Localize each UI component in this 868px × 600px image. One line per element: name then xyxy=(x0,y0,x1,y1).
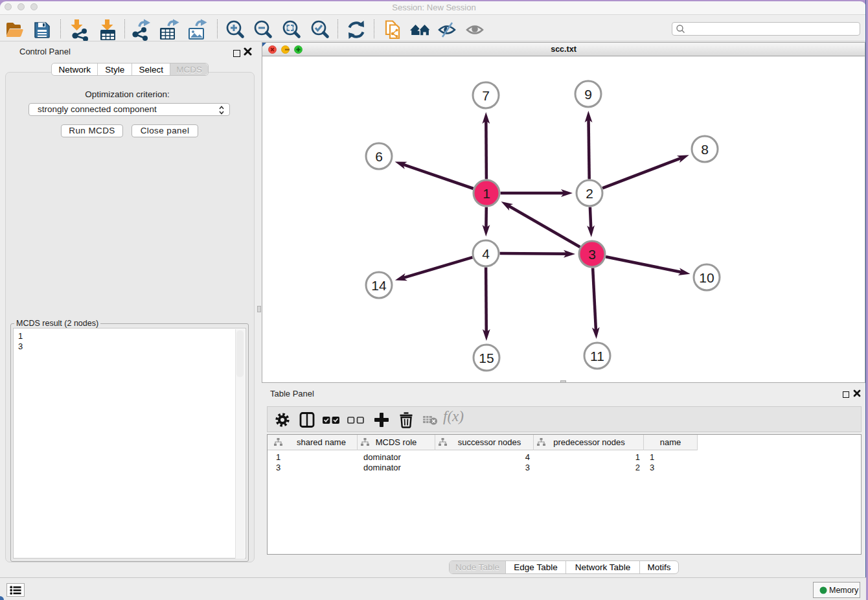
svg-text:3: 3 xyxy=(588,247,596,262)
svg-text:14: 14 xyxy=(371,278,387,293)
svg-text:1: 1 xyxy=(483,186,490,201)
svg-text:8: 8 xyxy=(701,142,709,157)
svg-text:7: 7 xyxy=(482,88,490,103)
svg-text:6: 6 xyxy=(375,149,383,164)
svg-text:10: 10 xyxy=(699,270,714,285)
svg-text:9: 9 xyxy=(584,87,592,102)
svg-text:4: 4 xyxy=(482,246,490,261)
svg-text:11: 11 xyxy=(590,349,604,363)
svg-text:15: 15 xyxy=(479,351,494,365)
svg-text:2: 2 xyxy=(586,186,593,201)
